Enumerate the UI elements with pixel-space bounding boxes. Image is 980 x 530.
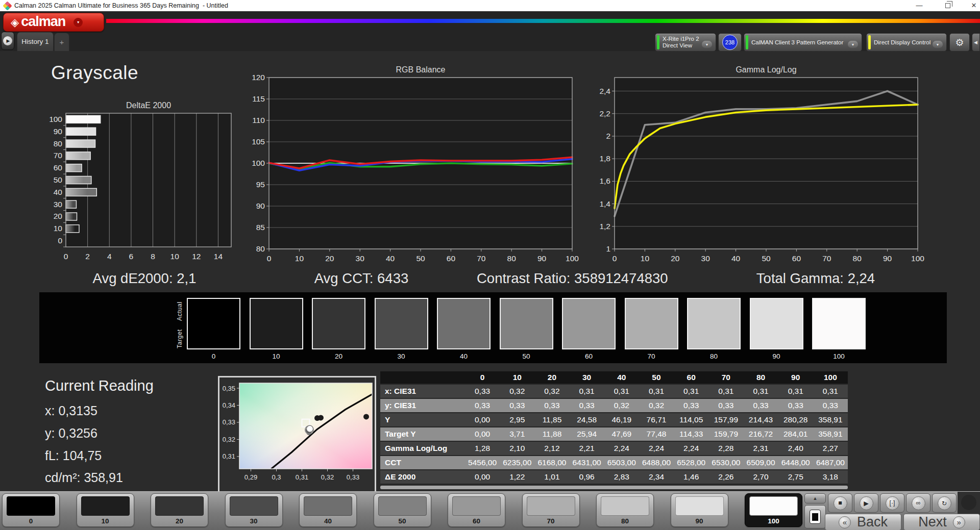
pattern-tile-30[interactable]: 30	[225, 493, 283, 527]
meter-dropdown-label: X-Rite i1Pro 2Direct View	[663, 36, 699, 49]
settings-button[interactable]: ⚙	[949, 33, 970, 52]
calman-menu-button[interactable]: ◈ calman ▼	[3, 13, 104, 32]
pattern-tile-40[interactable]: 40	[299, 493, 357, 527]
back-button[interactable]: « Back	[825, 514, 901, 530]
stop-button[interactable]: ■	[828, 493, 852, 513]
swatch-patch	[812, 298, 866, 349]
tile-label: 100	[745, 517, 802, 525]
pattern-dropdown-label: CalMAN Client 3 Pattern Generator	[751, 39, 843, 46]
window-title: Calman 2025 Calman Ultimate for Business…	[14, 2, 228, 9]
tab-label: History 1	[21, 38, 48, 45]
continuous-icon: ∞	[912, 496, 925, 510]
table-cell: 0,33	[465, 385, 500, 399]
table-cell: 358,91	[813, 427, 848, 442]
collapse-panel-button[interactable]: ◀	[972, 33, 980, 52]
svg-text:1: 1	[606, 244, 610, 253]
tile-label: 80	[597, 517, 653, 525]
table-cell: 6503,00	[604, 456, 639, 470]
table-cell: 0,33	[570, 399, 604, 413]
pattern-bar: 0102030405060708090100 ▲ ■▶[·]∞↻ « Back …	[0, 491, 980, 530]
svg-text:50: 50	[54, 175, 63, 184]
table-cell: 6530,00	[708, 456, 743, 470]
pattern-tile-10[interactable]: 10	[77, 493, 134, 527]
tile-label: 60	[448, 517, 505, 525]
table-row-label: Y	[380, 413, 465, 427]
pattern-tile-60[interactable]: 60	[448, 493, 505, 527]
pattern-tile-80[interactable]: 80	[596, 493, 654, 527]
meter-dropdown[interactable]: X-Rite i1Pro 2Direct View ▼	[655, 33, 716, 52]
meter-count-button[interactable]: 238	[718, 33, 742, 52]
svg-text:115: 115	[252, 94, 265, 103]
minimize-button[interactable]: —	[912, 0, 927, 11]
svg-text:0: 0	[58, 236, 62, 245]
svg-text:0,29: 0,29	[244, 473, 257, 481]
svg-text:Gamma Log/Log: Gamma Log/Log	[736, 65, 796, 74]
tile-label: 50	[374, 517, 431, 525]
play-icon: ▶	[860, 496, 873, 510]
pattern-generator-dropdown[interactable]: CalMAN Client 3 Pattern Generator ▼	[744, 33, 862, 52]
titlebar: Calman 2025 Calman Ultimate for Business…	[0, 0, 980, 11]
table-cell: 0,32	[500, 385, 534, 399]
pattern-tile-70[interactable]: 70	[522, 493, 580, 527]
grayscale-swatch-60: 60	[562, 298, 616, 360]
table-cell: 3,71	[500, 427, 534, 442]
table-cell: 2,21	[570, 442, 604, 456]
svg-text:0,33: 0,33	[347, 473, 359, 481]
table-scrollbar[interactable]	[380, 486, 848, 489]
pattern-tile-50[interactable]: 50	[374, 493, 431, 527]
tile-label: 40	[300, 517, 356, 525]
table-cell: 0,33	[534, 399, 569, 413]
table-row-label: ΔE 2000	[380, 470, 465, 485]
svg-text:80: 80	[54, 139, 63, 148]
continuous-button[interactable]: ∞	[906, 493, 930, 513]
table-cell: 0,31	[674, 385, 708, 399]
calman-diamond-icon: ◈	[11, 16, 19, 29]
display-control-dropdown[interactable]: Direct Display Control ▼	[866, 33, 947, 52]
table-cell: 0,00	[465, 413, 500, 427]
svg-text:0,33: 0,33	[223, 418, 235, 426]
table-cell: 114,05	[674, 413, 708, 427]
loop-button[interactable]: ↻	[932, 493, 957, 513]
table-cell: 0,33	[674, 399, 708, 413]
tile-label: 10	[77, 517, 134, 525]
single-measure-button[interactable]: [·]	[880, 493, 904, 513]
table-cell: 2,75	[778, 470, 813, 485]
add-tab-button[interactable]: +	[54, 33, 69, 51]
next-button[interactable]: Next »	[903, 514, 980, 530]
table-row-label: Target Y	[380, 427, 465, 442]
svg-text:8: 8	[151, 252, 155, 261]
pattern-tile-20[interactable]: 20	[151, 493, 208, 527]
svg-text:120: 120	[252, 73, 265, 82]
play-button[interactable]: ▶	[854, 493, 878, 513]
tab-history-1[interactable]: History 1	[17, 32, 54, 51]
svg-text:20: 20	[54, 212, 63, 220]
svg-text:0,31: 0,31	[223, 452, 235, 460]
display-status-indicator	[868, 35, 871, 49]
current-reading-cdm2: cd/m²: 358,91	[45, 470, 123, 485]
chevron-down-icon: ▼	[74, 18, 83, 27]
pattern-tile-0[interactable]: 0	[2, 493, 60, 527]
grayscale-swatch-10: 10	[250, 298, 303, 360]
pattern-tile-100[interactable]: 100	[745, 493, 802, 527]
svg-text:10: 10	[641, 254, 650, 263]
pattern-tile-90[interactable]: 90	[671, 493, 728, 527]
table-row-label: Gamma Log/Log	[380, 442, 465, 456]
close-button[interactable]: ✕	[966, 0, 980, 11]
table-cell: 76,71	[639, 413, 674, 427]
table-cell: 2,24	[674, 442, 708, 456]
expand-pattern-bar-button[interactable]: ▲	[804, 493, 826, 503]
svg-text:30: 30	[356, 254, 365, 263]
chevron-left-icon: ◀	[974, 40, 977, 45]
restore-button[interactable]	[940, 0, 955, 11]
loop-icon: ↻	[938, 496, 951, 510]
workflow-nav-button[interactable]: ▶	[1, 32, 14, 50]
measurement-table: 0102030405060708090100x: CIE310,330,320,…	[380, 371, 848, 485]
swatch-patch	[500, 298, 553, 349]
table-cell: 6488,00	[639, 456, 674, 470]
svg-text:2: 2	[85, 252, 90, 261]
svg-text:RGB Balance: RGB Balance	[396, 65, 446, 74]
tile-patch	[81, 496, 130, 516]
table-cell: 2,27	[813, 442, 848, 456]
gear-icon: ⚙	[955, 37, 964, 48]
pattern-window-button[interactable]	[804, 505, 826, 528]
